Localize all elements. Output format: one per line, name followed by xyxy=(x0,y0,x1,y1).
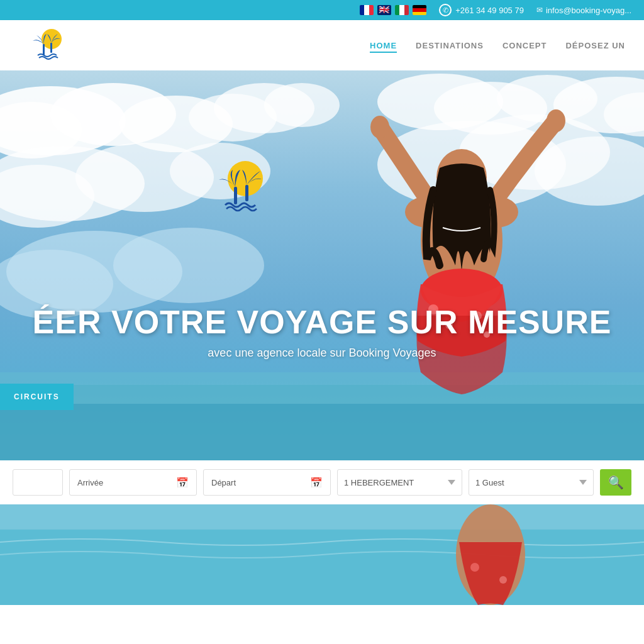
hero-title: ÉER VOTRE VOYAGE SUR MESURE xyxy=(0,304,644,340)
svg-point-24 xyxy=(113,228,264,303)
logo[interactable] xyxy=(19,25,94,65)
svg-rect-27 xyxy=(0,404,644,460)
svg-rect-30 xyxy=(245,185,248,201)
svg-point-45 xyxy=(470,563,479,572)
search-bar: Arrivée 📅 Départ 📅 1 HEBERGEMENT 2 HEBER… xyxy=(0,460,644,504)
phone-contact: ✆ +261 34 49 905 79 xyxy=(439,4,524,16)
nav-links: HOME DESTINATIONS CONCEPT DÉPOSEZ UN xyxy=(370,40,625,51)
navbar: HOME DESTINATIONS CONCEPT DÉPOSEZ UN xyxy=(0,20,644,70)
hebergement-select[interactable]: 1 HEBERGEMENT 2 HEBERGEMENTS 3 HEBERGEME… xyxy=(337,469,462,496)
nav-link-home[interactable]: HOME xyxy=(370,41,397,53)
hero-woman-figure xyxy=(317,77,644,410)
nav-item-home[interactable]: HOME xyxy=(370,40,397,51)
nav-link-destinations[interactable]: DESTINATIONS xyxy=(416,41,484,50)
svg-rect-43 xyxy=(0,504,644,530)
svg-rect-2 xyxy=(50,43,52,53)
top-bar: ✆ +261 34 49 905 79 ✉ infos@booking-voya… xyxy=(0,0,644,20)
arrivee-field[interactable]: Arrivée 📅 xyxy=(69,469,197,496)
hero-subtitle: avec une agence locale sur Booking Voyag… xyxy=(0,347,644,360)
email-address: infos@booking-voyag... xyxy=(546,6,631,15)
search-button[interactable]: 🔍 xyxy=(600,469,631,496)
svg-point-41 xyxy=(547,109,565,132)
email-icon: ✉ xyxy=(536,6,543,14)
phone-number: +261 34 49 905 79 xyxy=(455,6,524,15)
arrivee-label: Arrivée xyxy=(77,478,103,487)
svg-point-40 xyxy=(370,116,389,138)
svg-point-46 xyxy=(499,576,507,584)
nav-item-deposez[interactable]: DÉPOSEZ UN xyxy=(565,40,625,51)
flag-french[interactable] xyxy=(360,5,374,15)
nav-link-concept[interactable]: CONCEPT xyxy=(502,41,547,50)
bottom-sea-svg xyxy=(0,504,644,605)
flag-german[interactable] xyxy=(413,5,426,15)
phone-icon: ✆ xyxy=(439,4,452,16)
circuits-button[interactable]: CIRCUITS xyxy=(0,384,74,410)
svg-point-8 xyxy=(189,94,277,142)
bottom-preview-section xyxy=(0,504,644,605)
language-flags[interactable] xyxy=(360,5,426,15)
flag-english[interactable] xyxy=(377,5,391,15)
hero-section: ÉER VOTRE VOYAGE SUR MESURE avec une age… xyxy=(0,70,644,460)
hero-text-block: ÉER VOTRE VOYAGE SUR MESURE avec une age… xyxy=(0,304,644,360)
hero-logo xyxy=(214,158,270,218)
search-icon: 🔍 xyxy=(608,475,624,490)
site-logo[interactable] xyxy=(19,25,94,63)
nav-link-deposez[interactable]: DÉPOSEZ UN xyxy=(565,41,625,50)
email-contact: ✉ infos@booking-voyag... xyxy=(536,6,631,15)
svg-rect-1 xyxy=(43,44,45,55)
nav-item-destinations[interactable]: DESTINATIONS xyxy=(416,40,484,51)
flag-italian[interactable] xyxy=(395,5,409,15)
arrivee-calendar-icon[interactable]: 📅 xyxy=(176,477,189,489)
depart-field[interactable]: Départ 📅 xyxy=(203,469,331,496)
guest-select[interactable]: 1 Guest 2 Guests 3 Guests 4 Guests xyxy=(469,469,594,496)
depart-calendar-icon[interactable]: 📅 xyxy=(310,477,323,489)
destination-input[interactable] xyxy=(13,469,63,496)
nav-item-concept[interactable]: CONCEPT xyxy=(502,40,547,51)
svg-rect-29 xyxy=(234,187,237,204)
depart-label: Départ xyxy=(211,478,236,487)
